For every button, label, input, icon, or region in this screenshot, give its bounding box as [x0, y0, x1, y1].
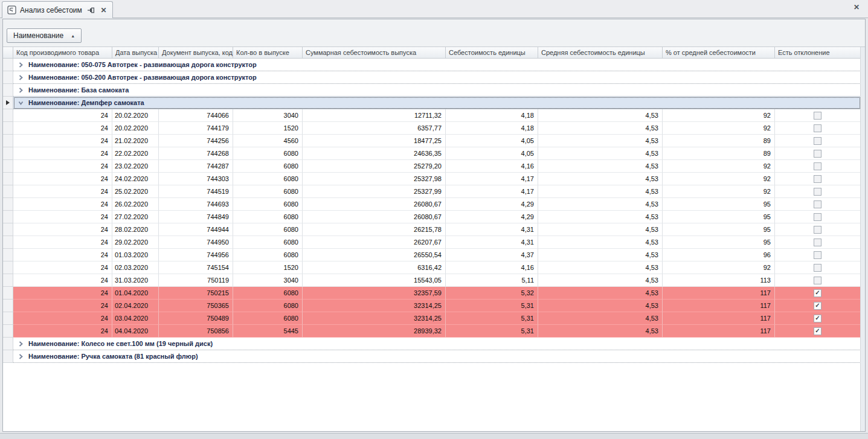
- table-row[interactable]: 2402.04.2020750365608032314,255,314,5311…: [3, 300, 865, 312]
- table-row[interactable]: 2421.02.2020744256456018477,254,054,5389: [3, 135, 865, 147]
- deviation-cell: [775, 198, 861, 211]
- cell: 22.02.2020: [112, 147, 159, 160]
- column-header[interactable]: Документ выпуска, код: [159, 47, 233, 59]
- table-row[interactable]: 2427.02.2020744849608026080,674,294,5395: [3, 211, 865, 223]
- cell: 6080: [233, 211, 303, 223]
- collapse-icon[interactable]: [18, 100, 24, 106]
- table-row[interactable]: 2402.03.202074515415206316,424,164,5392: [3, 261, 865, 274]
- group-row-content[interactable]: Наименование: Демпфер самоката: [13, 97, 861, 109]
- cell: 744956: [159, 249, 233, 261]
- row-indicator-cell: [3, 223, 13, 236]
- cell: 750489: [159, 312, 233, 325]
- cell: 24: [13, 312, 112, 325]
- group-row[interactable]: Наименование: База самоката: [3, 84, 865, 97]
- deviation-cell: [775, 261, 861, 274]
- expand-icon[interactable]: [18, 354, 24, 359]
- cell: 24: [13, 211, 112, 223]
- group-row-content[interactable]: Наименование: 050-075 Автотрек - развива…: [13, 59, 861, 71]
- tab-cost-analysis[interactable]: Анализ себестоимости ✕: [2, 1, 113, 18]
- group-row[interactable]: Наименование: Демпфер самоката: [3, 97, 865, 109]
- column-header[interactable]: Дата выпуска: [112, 47, 159, 59]
- deviation-checkbox[interactable]: [814, 188, 821, 196]
- deviation-cell: [775, 160, 861, 173]
- deviation-checkbox[interactable]: ✓: [814, 327, 821, 335]
- column-header[interactable]: Есть отклонение: [775, 47, 861, 59]
- group-row-content[interactable]: Наименование: Колесо не свет.100 мм (19 …: [13, 338, 861, 350]
- cell: 01.03.2020: [112, 249, 159, 261]
- group-row-content[interactable]: Наименование: Ручка самоката (81 красный…: [13, 350, 861, 363]
- cell: 4,53: [538, 325, 663, 338]
- table-row[interactable]: 2401.03.2020744956608026550,544,374,5396: [3, 249, 865, 261]
- table-row[interactable]: 2429.02.2020744950608026207,674,314,5395: [3, 236, 865, 249]
- table-row[interactable]: 2426.02.2020744693608026080,674,294,5395: [3, 198, 865, 211]
- cell: 89: [663, 135, 775, 147]
- deviation-checkbox[interactable]: [814, 150, 821, 158]
- column-header[interactable]: % от средней себестоимости: [663, 47, 775, 59]
- deviation-checkbox[interactable]: ✓: [814, 289, 821, 297]
- tab-close-icon[interactable]: ✕: [99, 5, 108, 14]
- expand-icon[interactable]: [18, 341, 24, 347]
- group-row[interactable]: Наименование: 050-075 Автотрек - развива…: [3, 59, 865, 71]
- deviation-checkbox[interactable]: ✓: [814, 315, 821, 322]
- deviation-checkbox[interactable]: [814, 264, 821, 272]
- window-close-icon[interactable]: ✕: [852, 2, 861, 12]
- column-header[interactable]: Суммарная себестоимость выпуска: [303, 47, 446, 59]
- table-row[interactable]: 2431.03.2020750119304015543,055,114,5311…: [3, 274, 865, 287]
- column-header[interactable]: Кол-во в выпуске: [233, 47, 303, 59]
- deviation-checkbox[interactable]: [814, 200, 821, 208]
- deviation-checkbox[interactable]: [814, 124, 821, 132]
- expand-icon[interactable]: [18, 88, 24, 93]
- column-header[interactable]: Средняя себестоимость единицы: [538, 47, 663, 59]
- table-row[interactable]: 2422.02.2020744268608024636,354,054,5389: [3, 147, 865, 160]
- group-by-chip-naimenovanie[interactable]: Наименование ▲: [7, 28, 82, 43]
- group-row[interactable]: Наименование: Колесо не свет.100 мм (19 …: [3, 338, 865, 350]
- cell: 92: [663, 122, 775, 135]
- table-row[interactable]: 2424.02.2020744303608025327,984,174,5392: [3, 173, 865, 185]
- group-row-content[interactable]: Наименование: База самоката: [13, 84, 861, 97]
- group-row[interactable]: Наименование: Ручка самоката (81 красный…: [3, 350, 865, 363]
- deviation-checkbox[interactable]: [814, 239, 821, 246]
- group-row[interactable]: Наименование: 050-200 Автотрек - развива…: [3, 71, 865, 84]
- deviation-checkbox[interactable]: [814, 226, 821, 234]
- table-row[interactable]: 2428.02.2020744944608026215,784,314,5395: [3, 223, 865, 236]
- table-row[interactable]: 2403.04.2020750489608032314,255,314,5311…: [3, 312, 865, 325]
- deviation-cell: [775, 211, 861, 223]
- deviation-checkbox[interactable]: [814, 112, 821, 120]
- expand-icon[interactable]: [18, 75, 24, 80]
- cell: 24: [13, 261, 112, 274]
- deviation-checkbox[interactable]: [814, 175, 821, 183]
- table-row[interactable]: 2425.02.2020744519608025327,994,174,5392: [3, 185, 865, 198]
- table-row[interactable]: 2420.02.2020744066304012711,324,184,5392: [3, 109, 865, 122]
- cell: 744944: [159, 223, 233, 236]
- deviation-checkbox[interactable]: ✓: [814, 302, 821, 310]
- cell: 25279,20: [303, 160, 446, 173]
- table-row[interactable]: 2423.02.2020744287608025279,204,164,5392: [3, 160, 865, 173]
- cell: 4,53: [538, 185, 663, 198]
- cell: 4,05: [446, 147, 538, 160]
- cell: 95: [663, 223, 775, 236]
- column-header[interactable]: Себестоимость единицы: [446, 47, 538, 59]
- cell: 750119: [159, 274, 233, 287]
- deviation-checkbox[interactable]: [814, 213, 821, 221]
- cell: 92: [663, 109, 775, 122]
- table-row[interactable]: 2404.04.2020750856544528939,325,314,5311…: [3, 325, 865, 338]
- deviation-checkbox[interactable]: [814, 277, 821, 284]
- deviation-checkbox[interactable]: [814, 137, 821, 145]
- row-indicator-cell: [3, 160, 13, 173]
- cell: 24: [13, 223, 112, 236]
- column-header[interactable]: Код производимого товара: [13, 47, 112, 59]
- table-row[interactable]: 2401.04.2020750215608032357,595,324,5311…: [3, 287, 865, 300]
- table-row[interactable]: 2420.02.202074417915206357,774,184,5392: [3, 122, 865, 135]
- cell: 24: [13, 173, 112, 185]
- group-row-content[interactable]: Наименование: 050-200 Автотрек - развива…: [13, 71, 861, 84]
- deviation-cell: [775, 249, 861, 261]
- cell: 750215: [159, 287, 233, 300]
- deviation-checkbox[interactable]: [814, 251, 821, 259]
- pin-icon[interactable]: [86, 5, 95, 15]
- cell: 4,18: [446, 122, 538, 135]
- cell: 4,29: [446, 211, 538, 223]
- expand-icon[interactable]: [18, 62, 24, 68]
- cell: 744950: [159, 236, 233, 249]
- deviation-checkbox[interactable]: [814, 162, 821, 170]
- cell: 28939,32: [303, 325, 446, 338]
